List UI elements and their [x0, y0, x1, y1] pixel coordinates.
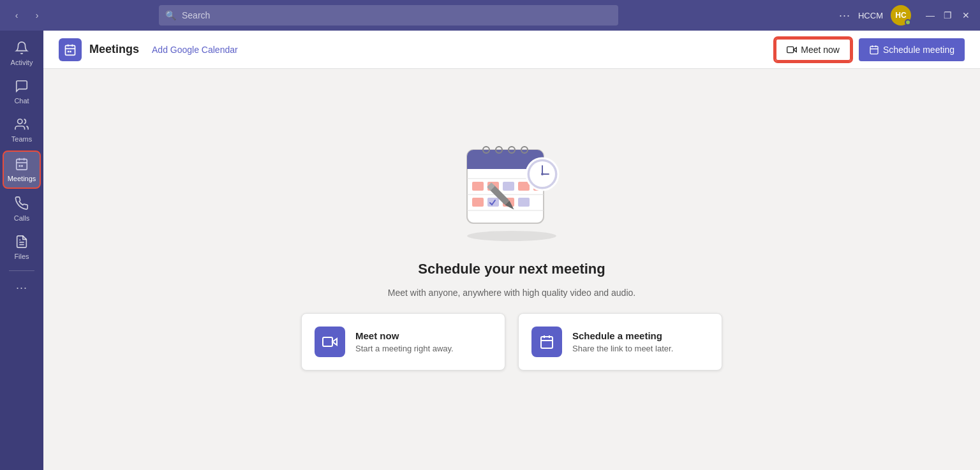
schedule-meeting-card-icon — [531, 327, 562, 357]
svg-rect-6 — [21, 165, 23, 167]
schedule-meeting-card-desc: Share the link to meet later. — [572, 344, 673, 353]
svg-rect-32 — [472, 182, 484, 191]
schedule-meeting-card-text: Schedule a meeting Share the link to mee… — [572, 330, 673, 353]
svg-rect-13 — [68, 50, 70, 52]
chat-icon — [15, 79, 29, 95]
presence-badge — [905, 19, 911, 26]
svg-rect-5 — [19, 165, 20, 167]
page-header-icon — [59, 38, 82, 61]
meetings-icon — [15, 157, 29, 173]
sidebar-item-chat[interactable]: Chat — [3, 74, 41, 110]
search-input[interactable] — [159, 5, 618, 26]
window-controls: — ❐ ✕ — [924, 9, 972, 22]
sidebar-item-calls[interactable]: Calls — [3, 191, 41, 227]
meet-now-card-icon — [315, 327, 345, 357]
sidebar-item-activity[interactable]: Activity — [3, 36, 41, 71]
svg-marker-15 — [794, 47, 797, 52]
sidebar-label-teams: Teams — [11, 135, 32, 143]
title-bar-right: ··· HCCM HC — ❐ ✕ — [839, 5, 972, 26]
app-layout: Activity Chat Teams — [0, 31, 980, 470]
more-options-icon[interactable]: ··· — [839, 9, 850, 22]
sidebar-label-files: Files — [14, 253, 29, 260]
user-name: HCCM — [858, 11, 883, 20]
meet-now-card[interactable]: Meet now Start a meeting right away. — [301, 313, 505, 371]
maximize-button[interactable]: ❐ — [942, 9, 954, 22]
sidebar: Activity Chat Teams — [0, 31, 43, 470]
action-cards: Meet now Start a meeting right away. — [301, 313, 722, 371]
svg-point-45 — [541, 173, 544, 175]
svg-point-0 — [18, 119, 22, 124]
meet-now-card-desc: Start a meeting right away. — [355, 344, 454, 353]
add-google-calendar-link[interactable]: Add Google Calendar — [152, 45, 238, 55]
sidebar-label-meetings: Meetings — [8, 175, 36, 182]
minimize-button[interactable]: — — [924, 9, 937, 22]
schedule-meeting-label: Schedule meeting — [883, 45, 954, 55]
calendar-icon — [869, 45, 879, 55]
sidebar-label-activity: Activity — [11, 59, 33, 66]
close-button[interactable]: ✕ — [960, 9, 972, 22]
meet-now-card-text: Meet now Start a meeting right away. — [355, 330, 454, 353]
svg-rect-9 — [66, 45, 75, 55]
svg-rect-37 — [472, 198, 484, 207]
sidebar-divider — [9, 270, 34, 271]
nav-back-button[interactable]: ‹ — [8, 6, 26, 24]
title-bar: ‹ › 🔍 ··· HCCM HC — ❐ ✕ — [0, 0, 980, 31]
svg-rect-34 — [503, 182, 514, 191]
sidebar-item-files[interactable]: Files — [3, 230, 41, 265]
sidebar-label-chat: Chat — [14, 97, 29, 105]
nav-buttons: ‹ › — [8, 6, 46, 24]
sidebar-item-meetings[interactable]: Meetings — [3, 151, 41, 189]
svg-marker-49 — [332, 339, 337, 345]
nav-forward-button[interactable]: › — [28, 6, 46, 24]
sidebar-label-calls: Calls — [14, 214, 29, 222]
schedule-meeting-button[interactable]: Schedule meeting — [859, 38, 965, 61]
empty-state: Schedule your next meeting Meet with any… — [43, 69, 980, 470]
svg-rect-40 — [518, 198, 530, 207]
files-icon — [15, 235, 29, 251]
video-icon — [787, 45, 797, 55]
teams-icon — [15, 117, 29, 133]
main-content: Meetings Add Google Calendar Meet now — [43, 31, 980, 470]
meet-now-label: Meet now — [801, 45, 840, 55]
page-title: Meetings — [89, 43, 139, 56]
sidebar-more-button[interactable]: ··· — [11, 276, 33, 300]
activity-icon — [15, 41, 29, 57]
calls-icon — [15, 196, 29, 212]
meet-now-card-title: Meet now — [355, 330, 454, 341]
page-header: Meetings Add Google Calendar Meet now — [43, 31, 980, 69]
svg-rect-16 — [787, 47, 794, 52]
schedule-meeting-card-title: Schedule a meeting — [572, 330, 673, 341]
schedule-meeting-card[interactable]: Schedule a meeting Share the link to mee… — [518, 313, 722, 371]
svg-rect-35 — [518, 182, 530, 191]
search-icon: 🔍 — [165, 10, 176, 20]
svg-rect-50 — [323, 337, 332, 346]
svg-rect-1 — [17, 159, 27, 170]
avatar-initials: HC — [895, 11, 906, 20]
sidebar-item-teams[interactable]: Teams — [3, 112, 41, 148]
svg-point-21 — [467, 231, 556, 241]
svg-rect-14 — [70, 50, 71, 52]
empty-state-subtitle: Meet with anyone, anywhere with high qua… — [388, 288, 635, 298]
meet-now-button[interactable]: Meet now — [775, 38, 851, 61]
empty-state-title: Schedule your next meeting — [418, 261, 605, 277]
header-actions: Meet now Schedule meeting — [775, 38, 965, 61]
svg-rect-17 — [870, 46, 878, 54]
avatar[interactable]: HC — [891, 5, 911, 26]
empty-state-illustration — [448, 131, 575, 246]
search-bar: 🔍 — [159, 5, 618, 26]
